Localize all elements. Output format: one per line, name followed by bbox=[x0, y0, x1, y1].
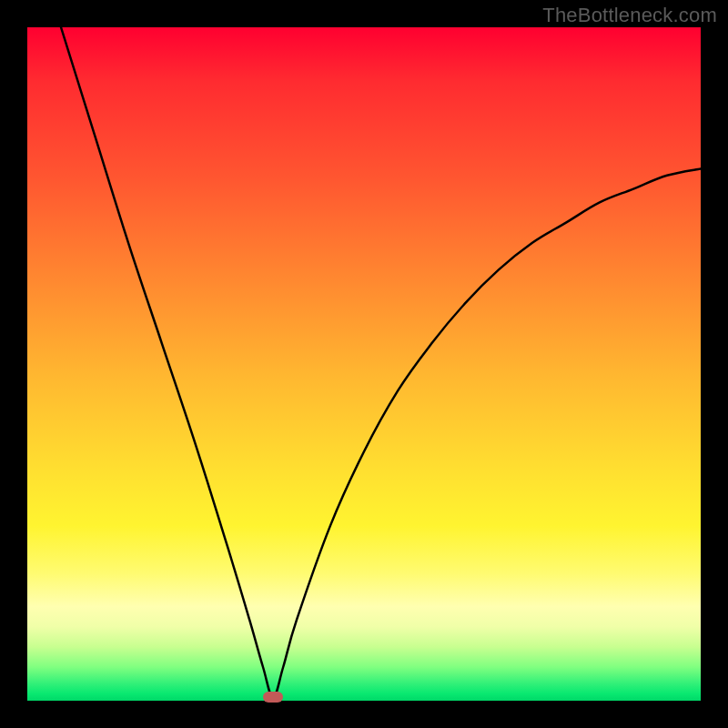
watermark-text: TheBottleneck.com bbox=[542, 4, 717, 27]
bottleneck-curve bbox=[27, 27, 701, 701]
plot-area bbox=[27, 27, 701, 701]
chart-frame: TheBottleneck.com bbox=[0, 0, 728, 728]
optimum-marker bbox=[263, 692, 283, 703]
